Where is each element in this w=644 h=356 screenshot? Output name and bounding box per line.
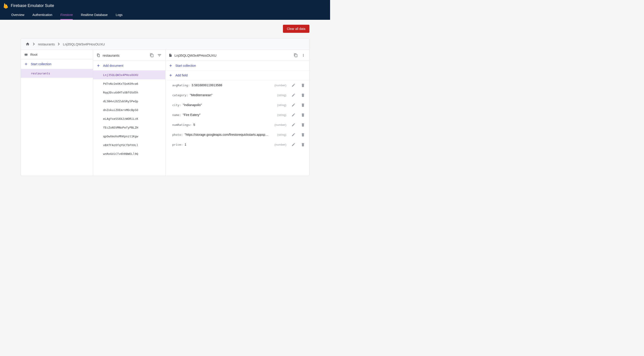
field-key: avgRating: xyxy=(172,84,190,87)
field-key: city: xyxy=(172,103,181,107)
field-value: 5 xyxy=(193,123,195,127)
chevron-right-icon xyxy=(33,43,35,45)
field-value: "Mediterranean" xyxy=(190,93,212,97)
pencil-icon xyxy=(292,113,296,117)
document-item[interactable]: qpOwXmohoMhKpnzt1Kgw xyxy=(93,132,165,141)
collection-icon xyxy=(96,53,100,57)
edit-field-button[interactable] xyxy=(291,122,296,127)
documents-list: Lnj35QLQW3x4PHosOUXUPd7oNz2eXKxTQsKO9va6… xyxy=(93,71,165,158)
pencil-icon xyxy=(292,103,296,107)
breadcrumb-collection[interactable]: restaurants xyxy=(38,42,55,46)
copy-icon xyxy=(150,53,154,57)
document-item[interactable]: wnRoGUiCTv6hRBWELl9Q xyxy=(93,149,165,158)
edit-field-button[interactable] xyxy=(291,132,296,137)
document-item[interactable]: fEcZoNSVMNoPefyPBLZH xyxy=(93,123,165,132)
pencil-icon xyxy=(292,143,296,147)
more-menu-button[interactable] xyxy=(301,53,306,58)
fields-list: avgRating:3.5816899119913588(number)cate… xyxy=(166,80,309,149)
document-panel: Lnj35QLQW3x4PHosOUXU Start collection Ad… xyxy=(166,50,309,176)
document-item[interactable]: vBXfFAzOfqYGCfbFVULl xyxy=(93,141,165,149)
field-value: 3.5816899119913588 xyxy=(192,83,222,87)
field-row: city:"Indianapolis"(string) xyxy=(166,100,309,110)
copy-button[interactable] xyxy=(149,53,154,58)
pencil-icon xyxy=(292,83,296,87)
tab-authentication[interactable]: Authentication xyxy=(32,10,52,20)
field-key: category: xyxy=(172,94,188,97)
field-row: numRatings:5(number) xyxy=(166,120,309,130)
root-panel-header: Root xyxy=(21,50,93,59)
delete-field-button[interactable] xyxy=(300,83,306,88)
field-value: "Indianapolis" xyxy=(183,103,202,107)
document-item[interactable]: eLAgYxeSS6k2zWORiLcK xyxy=(93,114,165,123)
tab-realtime-database[interactable]: Realtime Database xyxy=(81,10,108,20)
document-item[interactable]: Pd7oNz2eXKxTQsKO9va6 xyxy=(93,79,165,88)
delete-field-button[interactable] xyxy=(300,112,306,118)
document-item[interactable]: Rqq3DcuUdHTsOBfOSd5h xyxy=(93,88,165,97)
field-value: "Fire Eatery" xyxy=(183,113,200,117)
copy-button[interactable] xyxy=(293,53,298,58)
delete-field-button[interactable] xyxy=(300,142,306,147)
field-row: category:"Mediterranean"(string) xyxy=(166,90,309,100)
edit-field-button[interactable] xyxy=(291,92,296,98)
field-type: (number) xyxy=(274,84,286,87)
field-key: name: xyxy=(172,113,181,117)
plus-icon xyxy=(169,64,173,68)
pencil-icon xyxy=(292,93,296,97)
trash-icon xyxy=(301,93,305,97)
firebase-logo-icon xyxy=(4,3,8,9)
trash-icon xyxy=(301,113,305,117)
add-field-button[interactable]: Add field xyxy=(166,71,309,80)
edit-field-button[interactable] xyxy=(291,142,296,147)
edit-field-button[interactable] xyxy=(291,83,296,88)
collections-list: restaurants xyxy=(21,69,93,78)
collection-item[interactable]: restaurants xyxy=(21,69,93,78)
clear-all-data-button[interactable]: Clear all data xyxy=(283,25,310,33)
trash-icon xyxy=(301,103,305,107)
document-panel-header: Lnj35QLQW3x4PHosOUXU xyxy=(166,50,309,61)
tab-logs[interactable]: Logs xyxy=(116,10,122,20)
filter-button[interactable] xyxy=(157,53,162,58)
field-type: (number) xyxy=(274,143,286,146)
start-collection-button[interactable]: Start collection xyxy=(166,61,309,71)
plus-icon xyxy=(24,62,28,66)
plus-icon xyxy=(96,64,100,68)
delete-field-button[interactable] xyxy=(300,122,306,127)
tab-firestore[interactable]: Firestore xyxy=(60,10,73,20)
field-row: price:1(number) xyxy=(166,140,309,149)
start-collection-button[interactable]: Start collection xyxy=(21,59,93,69)
trash-icon xyxy=(301,143,305,147)
field-type: (string) xyxy=(277,94,286,97)
delete-field-button[interactable] xyxy=(300,92,306,98)
tab-overview[interactable]: Overview xyxy=(11,10,24,20)
field-type: (string) xyxy=(277,133,286,136)
breadcrumb-document[interactable]: Lnj35QLQW3x4PHosOUXU xyxy=(63,42,105,46)
breadcrumb-home[interactable] xyxy=(25,42,30,46)
trash-icon xyxy=(301,123,305,127)
trash-icon xyxy=(301,133,305,137)
document-panel-title: Lnj35QLQW3x4PHosOUXU xyxy=(174,54,216,57)
plus-icon xyxy=(169,73,173,77)
add-document-button[interactable]: Add document xyxy=(93,61,165,71)
pencil-icon xyxy=(292,123,296,127)
root-panel-title: Root xyxy=(30,53,38,56)
document-icon xyxy=(169,53,172,57)
copy-icon xyxy=(294,53,298,57)
document-item[interactable]: dnZokuiZOEmrnMOcBpSO xyxy=(93,106,165,114)
collection-panel: restaurants Add document Lnj35QLQW3x4PHo… xyxy=(93,50,166,176)
start-collection-label: Start collection xyxy=(31,62,52,66)
add-field-label: Add field xyxy=(175,74,188,77)
root-panel: Root Start collection restaurants xyxy=(21,50,93,176)
filter-icon xyxy=(157,53,162,58)
delete-field-button[interactable] xyxy=(300,132,306,137)
edit-field-button[interactable] xyxy=(291,102,296,108)
collection-panel-title: restaurants xyxy=(102,54,120,57)
app-header: Firebase Emulator Suite OverviewAuthenti… xyxy=(0,0,330,20)
more-vert-icon xyxy=(301,53,306,57)
delete-field-button[interactable] xyxy=(300,102,306,108)
trash-icon xyxy=(301,83,305,87)
field-type: (string) xyxy=(277,113,286,117)
document-item[interactable]: Lnj35QLQW3x4PHosOUXU xyxy=(93,71,165,79)
document-item[interactable]: dL5B4vLDZZubSRy5PeQp xyxy=(93,97,165,106)
edit-field-button[interactable] xyxy=(291,112,296,118)
firestore-card: restaurants Lnj35QLQW3x4PHosOUXU Root St… xyxy=(21,38,310,176)
